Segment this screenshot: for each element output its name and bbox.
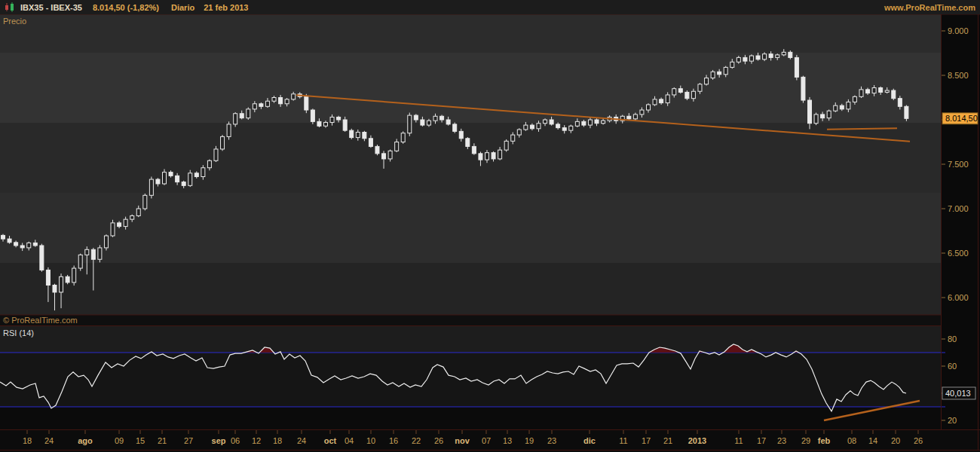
last-price-label-text: 8.014,50 xyxy=(945,114,978,123)
time-axis-label: 04 xyxy=(345,436,354,445)
time-axis-label: oct xyxy=(324,436,337,445)
rsi-tick-label: 60 xyxy=(948,362,957,371)
rsi-band xyxy=(0,353,941,407)
time-axis-label: sep xyxy=(212,436,226,445)
time-axis-label: 21 xyxy=(158,436,167,445)
time-axis-label: 24 xyxy=(297,436,306,445)
candle xyxy=(711,70,715,80)
chart-band xyxy=(0,53,941,123)
candle xyxy=(247,107,250,120)
time-axis-label: 15 xyxy=(136,436,145,445)
time-axis-label: 2013 xyxy=(688,436,706,445)
price-tick-label: 7.000 xyxy=(948,204,969,213)
rsi-band xyxy=(0,326,941,353)
candle xyxy=(453,123,457,133)
candle xyxy=(78,254,82,271)
candle xyxy=(801,76,805,103)
date-label: 21 feb 2013 xyxy=(204,3,248,12)
candle xyxy=(408,113,412,136)
time-axis-label: 16 xyxy=(389,436,398,445)
time-axis-label: 23 xyxy=(777,436,786,445)
candle xyxy=(504,139,508,152)
time-axis-label: nov xyxy=(455,436,470,445)
time-axis-label: 07 xyxy=(482,436,491,445)
price-tick-label: 7.500 xyxy=(948,160,969,169)
chart-band xyxy=(0,14,941,53)
time-axis-label: 24 xyxy=(44,436,54,445)
time-axis-label: 08 xyxy=(847,436,856,445)
candle xyxy=(795,55,798,81)
candle xyxy=(149,177,153,199)
copyright: © ProRealTime.com xyxy=(3,316,78,325)
price-panel-label: Precio xyxy=(3,17,26,26)
time-axis-label: 18 xyxy=(273,436,282,445)
time-axis-label: 19 xyxy=(525,436,534,445)
price-tick-label: 6.000 xyxy=(948,293,969,302)
chart-canvas[interactable]: 9.0008.5008.0007.5007.0006.5006.0008.014… xyxy=(0,0,980,452)
time-axis-label: 14 xyxy=(868,436,877,445)
time-axis-label: feb xyxy=(818,436,831,445)
candlestick-icon xyxy=(5,2,15,12)
time-axis-label: 06 xyxy=(231,436,240,445)
time-axis-label: ago xyxy=(78,436,93,445)
time-axis-label: 26 xyxy=(914,436,923,445)
price-tick-label: 8.500 xyxy=(948,71,969,80)
time-axis-label: 11 xyxy=(619,436,627,445)
candle xyxy=(375,145,379,155)
copyright-strip xyxy=(0,315,941,326)
time-axis-label: 17 xyxy=(642,436,651,445)
trendline-horizontal-support[interactable] xyxy=(827,128,897,129)
rsi-band xyxy=(0,407,941,430)
price-tick-label: 9.000 xyxy=(948,26,969,35)
website-link[interactable]: www.ProRealTime.com xyxy=(884,3,975,12)
rsi-tick-label: 80 xyxy=(948,334,957,344)
time-axis-label: 29 xyxy=(801,436,810,445)
timeframe-label: Diario xyxy=(171,3,194,12)
rsi-tick-label: 20 xyxy=(948,416,957,425)
time-axis-label: 12 xyxy=(252,436,261,445)
rsi-value-label-text: 40,013 xyxy=(945,389,971,398)
candle xyxy=(305,94,308,113)
time-axis-label: 27 xyxy=(184,436,193,445)
time-axis-label: 10 xyxy=(366,436,375,445)
time-axis-label: dic xyxy=(583,436,596,445)
time-axis-label: 18 xyxy=(23,436,32,445)
time-axis-label: 22 xyxy=(412,436,421,445)
candle xyxy=(685,90,689,100)
candle xyxy=(892,89,896,100)
candle xyxy=(311,108,314,124)
time-axis-label: 11 xyxy=(734,436,743,445)
title-bar: IBX35 - IBEX-35 8.014,50 (-1,82%) Diario… xyxy=(0,0,980,14)
candle xyxy=(350,129,354,139)
price-tick-label: 6.500 xyxy=(948,249,969,258)
candle xyxy=(104,234,108,250)
candle xyxy=(40,244,44,272)
candle xyxy=(72,266,76,286)
candle xyxy=(814,113,818,126)
chart-band xyxy=(0,193,941,263)
time-axis-label: 26 xyxy=(434,436,443,445)
candle xyxy=(143,194,147,210)
candle xyxy=(221,135,225,151)
time-axis-label: 13 xyxy=(503,436,512,445)
prorealtime-chart-window: 9.0008.5008.0007.5007.0006.5006.0008.014… xyxy=(0,0,980,452)
last-price-change: 8.014,50 (-1,82%) xyxy=(93,3,159,12)
instrument-title: IBX35 - IBEX-35 xyxy=(20,3,82,12)
time-axis-label: 20 xyxy=(891,436,900,445)
candle xyxy=(905,105,908,121)
time-axis-label: 17 xyxy=(757,436,766,445)
candle xyxy=(401,131,405,144)
rsi-panel-label: RSI (14) xyxy=(3,328,34,337)
chart-band xyxy=(0,263,941,315)
time-axis-label: 23 xyxy=(547,436,556,445)
time-axis-label: 09 xyxy=(115,436,124,445)
time-axis-label: 21 xyxy=(663,436,672,445)
